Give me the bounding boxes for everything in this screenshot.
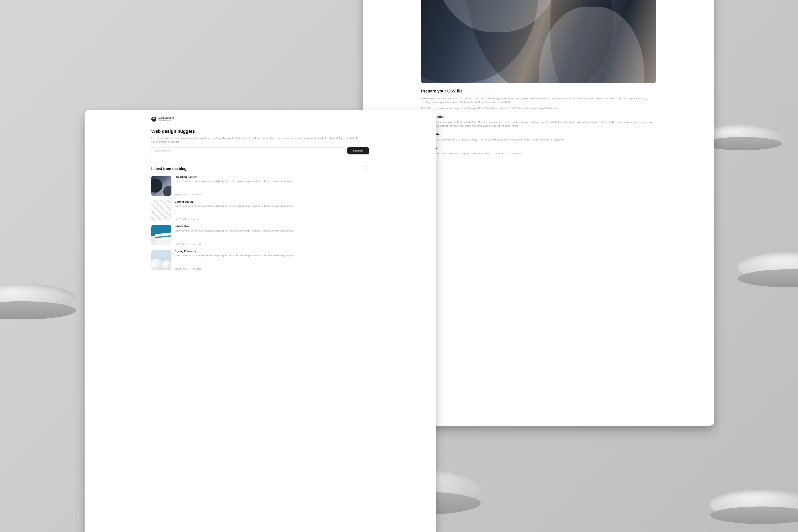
page-intro: Lorem ipsum dolor sit amet, consectetur …	[151, 136, 360, 144]
post-readtime: 5 min read	[190, 218, 200, 221]
post-item[interactable]: Styling Elements Lorem ipsum dolor sit a…	[151, 250, 369, 270]
article-paragraph: Images in your CSV content must be URLs …	[421, 138, 656, 142]
search-icon	[365, 168, 368, 170]
post-readtime: 5 min read	[191, 243, 201, 245]
avatar	[151, 117, 156, 121]
email-field[interactable]	[151, 147, 346, 154]
article-note: Note: You do not have to import every co…	[421, 107, 656, 110]
subscribe-form: Subscribe	[151, 147, 369, 154]
post-readtime: 5 min read	[192, 193, 202, 196]
subscribe-button[interactable]: Subscribe	[347, 147, 369, 154]
post-thumbnail	[151, 176, 171, 196]
blog-index-card: Luca Da Corte Web Designer Web design nu…	[84, 110, 436, 532]
post-title: Styling Elements	[175, 250, 369, 253]
article-h2: Prepare your CSV file	[421, 89, 656, 94]
svg-line-1	[367, 169, 368, 170]
meta-separator: //	[188, 243, 190, 245]
post-excerpt: Lorem ipsum dolor sit amet, consectetur …	[175, 254, 369, 257]
article-h3-richtext: Rich Text Fields	[421, 115, 656, 118]
bg-disk	[703, 124, 782, 146]
meta-separator: //	[189, 193, 190, 196]
page-title: Web design nuggets	[151, 129, 369, 134]
search-button[interactable]	[364, 167, 369, 171]
article-paragraph: Make sure your file is exported as a "CS…	[421, 97, 656, 104]
post-excerpt: Lorem ipsum dolor sit amet, consectetur …	[175, 229, 369, 232]
post-meta: Sep 19, 2024 // 5 min read	[175, 193, 369, 196]
post-date: Sep 29, 2024	[175, 268, 187, 270]
post-thumbnail	[151, 200, 171, 221]
post-title: Getting Started	[175, 200, 369, 203]
post-item[interactable]: Getting Started Lorem ipsum dolor sit am…	[151, 200, 369, 221]
post-title: What's New	[175, 225, 369, 228]
post-thumbnail	[151, 250, 171, 270]
post-meta: Nov 3, 2024 // 5 min read	[175, 218, 369, 221]
profile-role: Web Designer	[158, 119, 174, 121]
article-paragraph: Formatted text content needs to be forma…	[421, 120, 656, 128]
post-item[interactable]: What's New Lorem ipsum dolor sit amet, c…	[151, 225, 369, 245]
post-date: Oct 27, 2024	[175, 243, 187, 245]
article-hero-image	[421, 0, 656, 83]
post-date: Sep 19, 2024	[175, 193, 187, 196]
bg-disk	[0, 284, 76, 314]
post-thumbnail	[151, 225, 171, 245]
post-meta: Oct 27, 2024 // 5 min read	[175, 243, 369, 245]
post-meta: Sep 29, 2024 // 5 min read	[175, 268, 369, 270]
meta-separator: //	[189, 268, 190, 270]
post-excerpt: Lorem ipsum dolor sit amet, consectetur …	[175, 205, 369, 208]
profile-name: Luca Da Corte	[158, 116, 174, 119]
bg-disk	[710, 490, 798, 519]
post-item[interactable]: Importing Content Lorem ipsum dolor sit …	[151, 176, 369, 196]
svg-point-0	[366, 168, 367, 169]
post-date: Nov 3, 2024	[175, 218, 186, 221]
article-h3-date: Date Fields	[421, 146, 656, 150]
post-readtime: 5 min read	[192, 268, 202, 270]
article-h3-image: Image Fields	[421, 132, 656, 136]
profile-block[interactable]: Luca Da Corte Web Designer	[151, 116, 369, 121]
article-paragraph: The recommended format is ISO8601 compli…	[421, 152, 656, 156]
meta-separator: //	[188, 218, 189, 221]
post-excerpt: Lorem ipsum dolor sit amet, consectetur …	[175, 180, 369, 183]
post-title: Importing Content	[175, 176, 369, 178]
latest-heading: Latest from the blog	[151, 167, 186, 171]
bg-disk	[738, 252, 798, 282]
